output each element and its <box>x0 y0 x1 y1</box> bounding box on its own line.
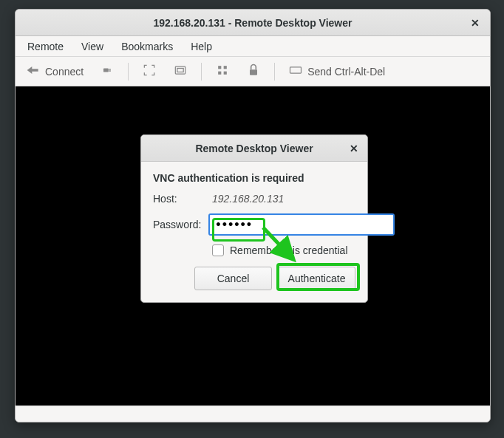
send-ctrlaltdel-button[interactable]: Send Ctrl-Alt-Del <box>282 60 391 83</box>
fullscreen-icon <box>142 63 157 80</box>
password-row: Password: <box>153 213 355 236</box>
connect-icon <box>26 63 41 80</box>
menu-remote[interactable]: Remote <box>20 38 71 55</box>
separator <box>274 63 275 81</box>
remember-checkbox[interactable] <box>212 244 224 256</box>
dialog-close-icon[interactable]: ✕ <box>347 141 361 156</box>
svg-rect-4 <box>177 69 183 72</box>
svg-rect-9 <box>250 69 257 75</box>
svg-rect-6 <box>224 66 227 69</box>
dialog-body: VNC authentication is required Host: 192… <box>141 162 367 302</box>
password-label: Password: <box>153 219 201 230</box>
password-input[interactable] <box>208 213 395 236</box>
svg-rect-5 <box>218 66 221 69</box>
screenshot-button[interactable] <box>167 60 194 83</box>
separator <box>201 63 202 81</box>
host-value: 192.168.20.131 <box>212 193 284 205</box>
window-title: 192.168.20.131 - Remote Desktop Viewer <box>153 17 352 29</box>
svg-rect-0 <box>103 69 109 72</box>
grid-icon <box>215 63 230 80</box>
separator <box>128 63 129 81</box>
cancel-button[interactable]: Cancel <box>194 267 272 290</box>
dialog-titlebar: Remote Desktop Viewer ✕ <box>141 135 367 162</box>
toolbar: Connect <box>16 57 490 86</box>
screenshot-icon <box>173 63 188 80</box>
svg-rect-1 <box>109 69 111 69</box>
authenticate-button[interactable]: Authenticate <box>278 267 355 290</box>
connect-label: Connect <box>45 66 84 78</box>
menubar: Remote View Bookmarks Help <box>16 36 490 57</box>
viewonly-button[interactable] <box>209 60 236 83</box>
disconnect-button[interactable] <box>94 60 120 83</box>
dialog-title: Remote Desktop Viewer <box>195 143 313 154</box>
svg-rect-8 <box>224 72 227 75</box>
dialog-heading: VNC authentication is required <box>153 172 355 184</box>
remember-row: Remember this credential <box>212 244 355 256</box>
svg-rect-2 <box>109 70 111 71</box>
connect-button[interactable]: Connect <box>20 60 89 83</box>
menu-bookmarks[interactable]: Bookmarks <box>114 38 180 55</box>
svg-rect-7 <box>218 72 221 75</box>
keyboard-icon <box>288 63 303 80</box>
fullscreen-button[interactable] <box>136 60 163 83</box>
menu-view[interactable]: View <box>74 38 111 55</box>
scaling-button[interactable] <box>240 60 267 83</box>
host-label: Host: <box>153 193 205 205</box>
close-icon[interactable]: ✕ <box>468 16 483 30</box>
auth-dialog: Remote Desktop Viewer ✕ VNC authenticati… <box>140 134 368 303</box>
host-row: Host: 192.168.20.131 <box>153 193 355 205</box>
lock-icon <box>246 63 261 80</box>
menu-help[interactable]: Help <box>183 38 219 55</box>
plug-icon <box>100 63 115 80</box>
ctrlaltdel-label: Send Ctrl-Alt-Del <box>307 66 385 78</box>
statusbar <box>16 406 490 422</box>
dialog-buttons: Cancel Authenticate <box>194 267 355 290</box>
svg-rect-10 <box>290 67 302 73</box>
titlebar: 192.168.20.131 - Remote Desktop Viewer ✕ <box>16 10 490 36</box>
remember-label: Remember this credential <box>230 244 348 256</box>
